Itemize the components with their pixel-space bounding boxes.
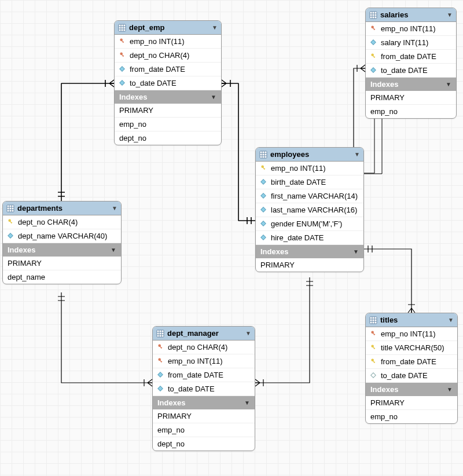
table-name: departments: [17, 204, 63, 213]
table-dept_emp[interactable]: dept_emp ▼ emp_no INT(11) dept_no CHAR(4…: [114, 20, 222, 145]
index-row: dept_no: [115, 131, 221, 145]
chevron-down-icon[interactable]: ▼: [111, 247, 116, 253]
column-row: emp_no INT(11): [256, 162, 363, 175]
svg-rect-26: [260, 151, 267, 158]
index-name: emp_no: [370, 107, 398, 116]
chevron-down-icon[interactable]: ▼: [245, 330, 251, 336]
table-employees[interactable]: employees ▼ emp_no INT(11) birth_date DA…: [255, 147, 364, 272]
diamond-icon: [260, 233, 267, 242]
chevron-down-icon[interactable]: ▼: [353, 248, 359, 255]
indexes-label: Indexes: [370, 80, 398, 89]
column-row: emp_no INT(11): [366, 327, 457, 341]
svg-rect-75: [371, 373, 376, 378]
index-name: emp_no: [157, 426, 185, 434]
column-row: dept_name VARCHAR(40): [3, 229, 121, 243]
column-row: gender ENUM('M','F'): [256, 217, 363, 231]
column-text: dept_no CHAR(4): [130, 51, 189, 60]
index-name: dept_name: [8, 273, 45, 281]
key-red-icon: [157, 357, 164, 365]
key-yellow-icon: [8, 218, 14, 226]
diamond-icon: [370, 38, 377, 47]
chevron-down-icon[interactable]: ▼: [211, 94, 216, 100]
column-text: emp_no INT(11): [168, 357, 223, 365]
chevron-down-icon[interactable]: ▼: [244, 400, 250, 406]
index-name: PRIMARY: [157, 412, 192, 420]
index-row: dept_name: [3, 270, 121, 284]
indexes-label: Indexes: [370, 385, 398, 394]
chevron-down-icon[interactable]: ▼: [448, 317, 454, 323]
column-text: from_date DATE: [168, 371, 223, 379]
index-name: PRIMARY: [260, 261, 295, 269]
column-row: emp_no INT(11): [366, 22, 456, 36]
index-row: emp_no: [115, 118, 221, 131]
index-name: dept_no: [119, 134, 146, 142]
column-text: emp_no INT(11): [381, 24, 436, 33]
indexes-label: Indexes: [157, 398, 185, 407]
table-departments[interactable]: departments ▼ dept_no CHAR(4) dept_name …: [2, 201, 122, 284]
table-header[interactable]: titles ▼: [366, 313, 457, 327]
table-name: salaries: [380, 10, 408, 19]
svg-rect-11: [120, 67, 124, 71]
column-row: title VARCHAR(50): [366, 341, 457, 355]
svg-rect-59: [158, 372, 163, 377]
diamond-icon: [370, 66, 377, 75]
svg-point-53: [158, 344, 161, 347]
svg-rect-37: [261, 221, 266, 226]
index-row: dept_no: [153, 437, 255, 451]
indexes-header[interactable]: Indexes ▼: [366, 383, 457, 396]
table-name: employees: [270, 150, 309, 159]
column-row: dept_no CHAR(4): [115, 49, 221, 63]
table-icon: [6, 204, 14, 213]
table-icon: [259, 151, 267, 159]
column-text: birth_date DATE: [271, 178, 326, 186]
table-titles[interactable]: titles ▼ emp_no INT(11) title VARCHAR(50…: [365, 313, 458, 424]
svg-rect-36: [261, 207, 266, 212]
column-row: to_date DATE: [153, 382, 255, 396]
column-text: to_date DATE: [130, 79, 177, 87]
diamond-icon: [119, 65, 126, 74]
column-text: from_date DATE: [381, 52, 436, 61]
indexes-header[interactable]: Indexes ▼: [115, 90, 221, 104]
indexes-header[interactable]: Indexes ▼: [366, 78, 456, 91]
chevron-down-icon[interactable]: ▼: [112, 205, 117, 211]
indexes-label: Indexes: [8, 246, 35, 254]
svg-rect-12: [120, 80, 124, 85]
column-row: last_name VARCHAR(16): [256, 203, 363, 217]
column-row: to_date DATE: [366, 64, 456, 78]
index-row: PRIMARY: [256, 258, 363, 272]
indexes-header[interactable]: Indexes ▼: [3, 243, 121, 257]
key-red-icon: [119, 51, 126, 60]
chevron-down-icon[interactable]: ▼: [447, 12, 453, 18]
column-text: from_date DATE: [130, 65, 185, 74]
chevron-down-icon[interactable]: ▼: [212, 24, 218, 31]
indexes-label: Indexes: [119, 93, 147, 101]
table-header[interactable]: dept_manager ▼: [153, 327, 255, 340]
column-text: first_name VARCHAR(14): [271, 192, 358, 200]
column-row: dept_no CHAR(4): [153, 340, 255, 354]
key-yellow-icon: [370, 52, 377, 61]
table-dept_manager[interactable]: dept_manager ▼ dept_no CHAR(4) emp_no IN…: [152, 326, 255, 451]
chevron-down-icon[interactable]: ▼: [446, 81, 451, 87]
chevron-down-icon[interactable]: ▼: [447, 386, 453, 393]
column-text: from_date DATE: [381, 357, 436, 366]
table-salaries[interactable]: salaries ▼ emp_no INT(11) salary INT(11)…: [365, 8, 457, 119]
index-name: PRIMARY: [370, 93, 405, 102]
chevron-down-icon[interactable]: ▼: [354, 151, 360, 158]
index-name: PRIMARY: [370, 398, 405, 407]
svg-rect-0: [119, 24, 126, 31]
column-row: birth_date DATE: [256, 175, 363, 189]
table-header[interactable]: dept_emp ▼: [115, 21, 221, 35]
table-header[interactable]: salaries ▼: [366, 8, 456, 22]
indexes-header[interactable]: Indexes ▼: [256, 245, 363, 258]
table-header[interactable]: employees ▼: [256, 148, 363, 162]
table-icon: [369, 11, 377, 19]
index-name: emp_no: [119, 120, 146, 129]
indexes-header[interactable]: Indexes ▼: [153, 396, 255, 409]
column-text: emp_no INT(11): [130, 37, 185, 46]
index-name: PRIMARY: [119, 106, 153, 115]
key-yellow-icon: [370, 357, 377, 366]
diamond-o-icon: [370, 371, 377, 380]
table-header[interactable]: departments ▼: [3, 202, 121, 215]
key-yellow-icon: [370, 343, 377, 352]
column-row: emp_no INT(11): [115, 35, 221, 49]
